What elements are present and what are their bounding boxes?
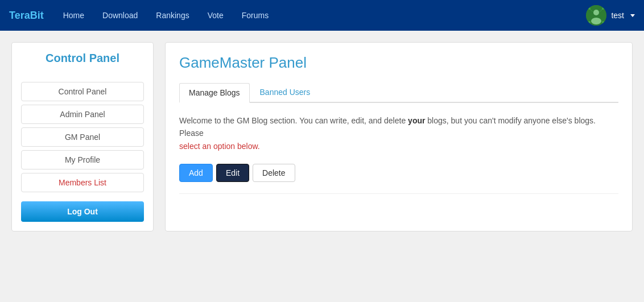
content-divider (179, 193, 618, 194)
sidebar-item-members-list[interactable]: Members List (21, 173, 144, 192)
svg-point-1 (593, 10, 599, 15)
edit-button[interactable]: Edit (216, 164, 249, 182)
nav-download[interactable]: Download (94, 6, 146, 24)
tabs: Manage Blogs Banned Users (179, 83, 618, 103)
action-buttons: Add Edit Delete (179, 164, 618, 182)
sidebar-item-admin-panel[interactable]: Admin Panel (21, 105, 144, 124)
sidebar-item-my-profile[interactable]: My Profile (21, 150, 144, 169)
sidebar-title: Control Panel (21, 52, 144, 71)
user-avatar (586, 5, 606, 26)
add-button[interactable]: Add (179, 164, 213, 182)
page-title: GameMaster Panel (179, 54, 618, 72)
sidebar-nav: Control Panel Admin Panel GM Panel My Pr… (21, 82, 144, 222)
tab-manage-blogs[interactable]: Manage Blogs (179, 83, 250, 103)
nav-links: Home Download Rankings Vote Forums (55, 6, 587, 24)
description-part3: select an option below. (179, 142, 260, 151)
sidebar-item-gm-panel[interactable]: GM Panel (21, 127, 144, 147)
brand-logo[interactable]: TeraBit (9, 10, 44, 22)
svg-point-5 (588, 21, 591, 23)
sidebar: Control Panel Control Panel Admin Panel … (11, 42, 154, 231)
description-text: Welcome to the GM Blog section. You can … (179, 114, 618, 152)
description-part1: Welcome to the GM Blog section. You can … (179, 116, 408, 125)
user-menu[interactable]: test (586, 5, 635, 26)
user-dropdown-caret (630, 14, 635, 17)
main-content: GameMaster Panel Manage Blogs Banned Use… (165, 42, 633, 231)
user-name: test (611, 11, 624, 20)
svg-point-2 (591, 18, 601, 24)
nav-rankings[interactable]: Rankings (148, 6, 197, 24)
brand-name: TeraBit (9, 10, 44, 21)
tab-banned-users[interactable]: Banned Users (251, 83, 320, 102)
page-container: Control Panel Control Panel Admin Panel … (0, 31, 644, 243)
description-bold: your (408, 116, 425, 125)
svg-point-6 (602, 21, 604, 23)
navbar: TeraBit Home Download Rankings Vote Foru… (0, 0, 644, 31)
logout-button[interactable]: Log Out (21, 201, 144, 222)
nav-home[interactable]: Home (55, 6, 92, 24)
delete-button[interactable]: Delete (253, 164, 295, 182)
nav-vote[interactable]: Vote (200, 6, 232, 24)
nav-forums[interactable]: Forums (234, 6, 276, 24)
sidebar-item-control-panel[interactable]: Control Panel (21, 82, 144, 101)
